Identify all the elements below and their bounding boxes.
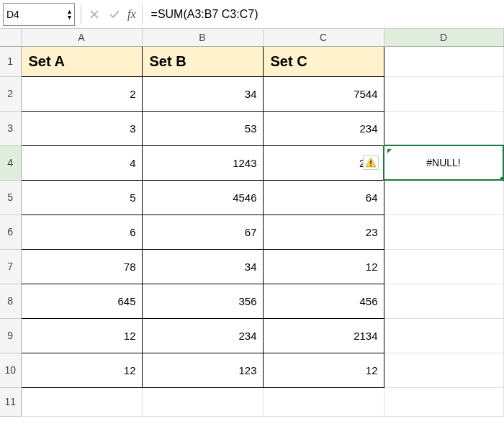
row-header-6[interactable]: 6 [0,214,21,249]
row-header-7[interactable]: 7 [0,249,21,284]
cell-B5[interactable]: 4546 [142,180,263,214]
cell-D6[interactable] [384,214,503,249]
formula-bar: D4 ▴ ▾ fx [0,0,504,29]
column-header-c[interactable]: C [263,29,384,46]
cell-A2[interactable]: 2 [21,76,142,111]
cell-B11[interactable] [142,387,263,416]
name-box-stepper[interactable]: ▴ ▾ [68,9,71,20]
column-header-b[interactable]: B [142,29,263,46]
cell-C2[interactable]: 7544 [263,76,384,111]
cell-A10[interactable]: 12 [21,353,142,387]
cell-A6[interactable]: 6 [21,214,142,249]
cell-D1[interactable] [384,46,503,76]
cell-D8[interactable] [384,284,503,318]
cell-C9[interactable]: 2134 [263,318,384,353]
row-header-10[interactable]: 10 [0,353,21,387]
confirm-icon[interactable] [107,7,122,22]
cell-C7[interactable]: 12 [263,249,384,284]
cell-B2[interactable]: 34 [142,76,263,111]
divider [142,4,143,24]
cell-C10[interactable]: 12 [263,353,384,387]
row-header-8[interactable]: 8 [0,284,21,318]
cell-A9[interactable]: 12 [21,318,142,353]
cell-B10[interactable]: 123 [142,353,263,387]
cell-C5[interactable]: 64 [263,180,384,214]
cell-A7[interactable]: 78 [21,249,142,284]
cell-A1[interactable]: Set A [21,46,142,76]
cell-D4[interactable]: #NULL! [384,145,503,180]
cell-D9[interactable] [384,318,503,353]
divider [81,4,81,24]
cell-C1[interactable]: Set C [263,46,384,76]
stepper-down-icon[interactable]: ▾ [68,14,71,20]
formula-input[interactable] [148,5,501,24]
cell-A5[interactable]: 5 [21,180,142,214]
name-box-value: D4 [6,9,68,20]
svg-rect-1 [370,165,372,166]
cell-D11[interactable] [384,387,503,416]
cell-C6[interactable]: 23 [263,214,384,249]
column-header-a[interactable]: A [21,29,142,46]
column-header-d[interactable]: D [384,29,503,46]
select-all-corner[interactable] [0,29,21,46]
cell-D10[interactable] [384,353,503,387]
row-header-11[interactable]: 11 [0,387,21,416]
row-header-1[interactable]: 1 [0,46,21,76]
cancel-icon[interactable] [87,7,102,22]
cell-B8[interactable]: 356 [142,284,263,318]
cell-C4[interactable]: 235 [263,145,384,180]
cell-C11[interactable] [263,387,384,416]
svg-rect-0 [370,161,372,164]
cell-A4[interactable]: 4 [21,145,142,180]
cell-B9[interactable]: 234 [142,318,263,353]
cell-D2[interactable] [384,76,503,111]
cell-B6[interactable]: 67 [142,214,263,249]
row-header-5[interactable]: 5 [0,180,21,214]
cell-D7[interactable] [384,249,503,284]
cell-D3[interactable] [384,111,503,145]
fx-label[interactable]: fx [127,8,136,21]
cell-A8[interactable]: 645 [21,284,142,318]
cell-B3[interactable]: 53 [142,111,263,145]
cell-A3[interactable]: 3 [21,111,142,145]
row-header-4[interactable]: 4 [0,145,21,180]
cell-C3[interactable]: 234 [263,111,384,145]
cell-D5[interactable] [384,180,503,214]
cell-C8[interactable]: 456 [263,284,384,318]
row-header-9[interactable]: 9 [0,318,21,353]
cell-B4[interactable]: 1243 [142,145,263,180]
row-header-3[interactable]: 3 [0,111,21,145]
cell-A11[interactable] [21,387,142,416]
cell-B1[interactable]: Set B [142,46,263,76]
name-box[interactable]: D4 ▴ ▾ [3,3,75,26]
spreadsheet-grid: ABCD1Set ASet BSet C22347544335323444124… [0,29,504,417]
row-header-2[interactable]: 2 [0,76,21,111]
cell-B7[interactable]: 34 [142,249,263,284]
warning-icon[interactable] [363,155,379,170]
